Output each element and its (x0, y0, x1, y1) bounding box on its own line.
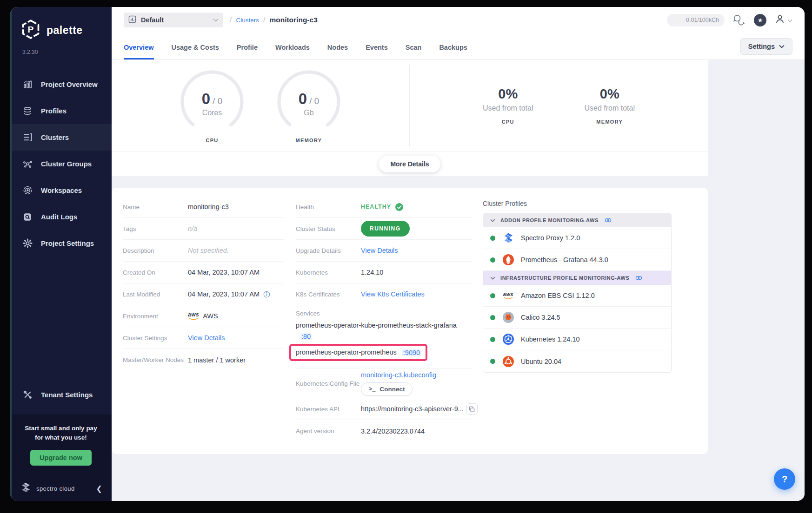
memory-gauge: 0/ 0 Gb MEMORY (275, 68, 343, 143)
cpu-usage-block: 0% Used from total CPU (483, 86, 533, 125)
project-scope-icon (128, 15, 136, 25)
chat-icon[interactable] (733, 14, 745, 26)
detail-row-nodes: Master/Worker Nodes 1 master / 1 worker (123, 349, 284, 371)
cluster-profiles-panel: ADDON PROFILE MONITORING-AWS Spectro Pro… (483, 213, 672, 373)
service-name: prometheus-operator-kube-prometheus-stac… (296, 321, 473, 330)
usage-label: MEMORY (585, 119, 635, 125)
settings-button-label: Settings (748, 43, 775, 50)
chevron-down-icon (787, 16, 792, 24)
gauge-value: 0/ 0 Cores (178, 90, 246, 117)
cluster-settings-view-details-link[interactable]: View Details (188, 334, 225, 342)
gauge-used: 0 (299, 90, 307, 107)
sidebar-item-tenant-settings[interactable]: Tenant Settings (10, 381, 112, 408)
gauges-section: 0/ 0 Cores CPU 0/ 0 Gb MEMORY (112, 60, 409, 151)
sidebar-item-project-overview[interactable]: Project Overview (10, 71, 112, 98)
chevron-down-icon (490, 276, 495, 280)
connect-button[interactable]: >_ Connect (361, 382, 413, 396)
info-icon[interactable] (263, 291, 270, 298)
tab-usage-costs[interactable]: Usage & Costs (172, 44, 219, 59)
link-icon[interactable] (605, 217, 612, 223)
gauge-total: / 0 (213, 96, 222, 106)
link-icon[interactable] (635, 275, 642, 281)
top-bar-right: 0.01/100kCh ★ (667, 14, 792, 26)
usage-quota-pill: 0.01/100kCh (667, 14, 725, 26)
sidebar-item-audit-logs[interactable]: Audit Logs (10, 204, 112, 230)
tab-events[interactable]: Events (366, 44, 388, 59)
tab-workloads[interactable]: Workloads (275, 44, 310, 59)
usage-label: CPU (483, 119, 533, 125)
detail-row-k8s-certificates: K8s Certificates View K8s Certificates (296, 283, 473, 305)
help-button[interactable]: ? (774, 468, 795, 490)
sidebar-item-label: Tenant Settings (41, 391, 93, 399)
status-dot (490, 315, 495, 320)
main-area: Default / Clusters / monitoring-c3 0.01/… (112, 7, 805, 501)
status-dot (490, 257, 495, 263)
user-menu[interactable] (775, 14, 792, 26)
detail-row-environment: Environment aws AWS (123, 305, 284, 327)
tab-profile[interactable]: Profile (237, 44, 258, 59)
status-column: Health HEALTHY Cluster Status RUNNING Up… (296, 196, 483, 442)
addon-profile-header[interactable]: ADDON PROFILE MONITORING-AWS (483, 213, 671, 227)
palette-logo-icon: P (20, 19, 41, 41)
sidebar-item-cluster-groups[interactable]: Cluster Groups (10, 151, 112, 177)
tab-overview[interactable]: Overview (124, 44, 154, 59)
promo-text: Start small and only pay for what you us… (17, 424, 105, 443)
copy-icon[interactable] (466, 403, 478, 414)
spectro-cloud-logo-icon (20, 482, 32, 496)
settings-button[interactable]: Settings (740, 38, 792, 55)
tab-backups[interactable]: Backups (439, 44, 467, 59)
clusters-list-icon (22, 132, 33, 143)
sidebar-item-profiles[interactable]: Profiles (10, 98, 112, 124)
gauge-value: 0/ 0 Gb (275, 90, 343, 117)
sidebar-item-clusters[interactable]: Clusters (10, 124, 112, 151)
status-dot (490, 236, 495, 241)
detail-row-created-on: Created On 04 Mar, 2023, 10:07 AM (123, 262, 284, 283)
view-k8s-certificates-link[interactable]: View K8s Certificates (361, 290, 425, 298)
sidebar-item-label: Clusters (41, 133, 69, 141)
profile-pack-row[interactable]: Calico 3.24.5 (483, 307, 671, 329)
kubernetes-icon (502, 333, 514, 345)
upgrade-now-button[interactable]: Upgrade now (30, 450, 92, 466)
layers-icon (22, 106, 33, 116)
gauge-total: / 0 (309, 96, 319, 106)
aws-icon: aws (188, 312, 199, 321)
app-version: 3.2.30 (10, 41, 112, 55)
metrics-panel: 0/ 0 Cores CPU 0/ 0 Gb MEMORY (112, 60, 708, 151)
infrastructure-profile-header[interactable]: INFRASTRUCTURE PROFILE MONITORING-AWS (483, 271, 671, 285)
profile-pack-row[interactable]: aws Amazon EBS CSI 1.12.0 (483, 285, 671, 307)
profile-pack-row[interactable]: Spectro Proxy 1.2.0 (483, 227, 671, 249)
more-details-row: More Details (112, 151, 708, 176)
cluster-profiles-title: Cluster Profiles (483, 200, 672, 207)
profile-pack-row[interactable]: Ubuntu 20.04 (483, 350, 671, 372)
breadcrumb-clusters-link[interactable]: Clusters (236, 17, 259, 24)
sidebar-item-workspaces[interactable]: Workspaces (10, 177, 112, 204)
sidebar-item-label: Project Settings (41, 239, 94, 247)
cluster-details-card: Name monitoring-c3 Tags n/a Description … (112, 188, 708, 454)
project-selector-value: Default (141, 16, 164, 24)
tab-nodes[interactable]: Nodes (327, 44, 348, 59)
usage-section: 0% Used from total CPU 0% Used from tota… (410, 60, 708, 151)
memory-usage-block: 0% Used from total MEMORY (585, 86, 635, 125)
upgrade-view-details-link[interactable]: View Details (361, 247, 398, 254)
service-port-link[interactable]: :80 (300, 333, 312, 340)
collapse-sidebar-icon[interactable]: ❮ (96, 484, 102, 493)
health-status: HEALTHY (361, 203, 404, 211)
star-badge-icon[interactable]: ★ (754, 14, 766, 26)
sidebar-item-label: Project Overview (41, 80, 98, 88)
brand: P palette (10, 7, 112, 41)
project-selector[interactable]: Default (124, 13, 223, 27)
service-port-link[interactable]: :9090 (402, 349, 421, 356)
kubeconfig-link[interactable]: monitoring-c3.kubeconfig (361, 371, 436, 379)
status-dot (490, 359, 495, 364)
sidebar-item-project-settings[interactable]: Project Settings (10, 230, 112, 256)
chevron-down-icon (490, 219, 495, 222)
upgrade-promo: Start small and only pay for what you us… (10, 414, 112, 476)
profile-pack-row[interactable]: Prometheus - Grafana 44.3.0 (483, 249, 671, 271)
tab-scan[interactable]: Scan (406, 44, 422, 59)
more-details-button[interactable]: More Details (379, 156, 440, 172)
profile-pack-row[interactable]: Kubernetes 1.24.10 (483, 329, 671, 350)
calico-icon (502, 311, 514, 323)
promo-line-2: for what you use! (35, 434, 87, 441)
brand-name: palette (47, 24, 83, 37)
promo-line-1: Start small and only pay (25, 425, 97, 432)
